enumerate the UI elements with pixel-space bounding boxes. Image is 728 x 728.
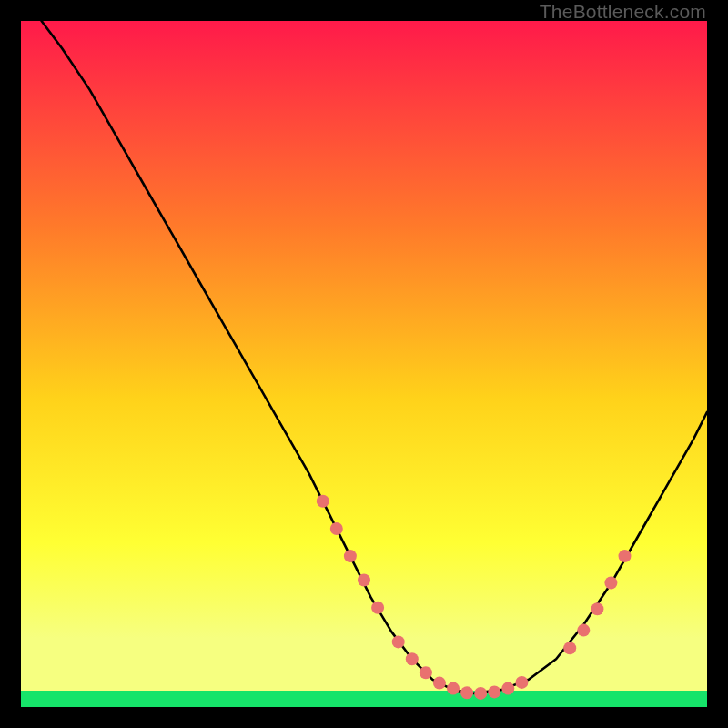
curve-marker: [619, 550, 632, 562]
curve-marker: [447, 682, 460, 695]
bottleneck-curve-chart: [21, 21, 707, 707]
curve-marker: [474, 687, 487, 700]
curve-marker: [577, 624, 590, 637]
curve-marker: [488, 685, 500, 698]
curve-marker: [330, 522, 343, 535]
curve-marker: [344, 550, 357, 562]
curve-marker: [358, 574, 370, 587]
curve-marker: [501, 682, 514, 695]
watermark-text: TheBottleneck.com: [540, 1, 706, 23]
curve-marker: [371, 602, 384, 614]
chart-frame: [21, 21, 707, 707]
curve-marker: [563, 642, 576, 654]
curve-marker: [406, 652, 419, 665]
curve-marker: [317, 495, 329, 508]
curve-marker: [433, 677, 446, 690]
gradient-background: [21, 21, 707, 707]
curve-marker: [392, 635, 405, 648]
curve-marker: [604, 577, 617, 590]
curve-marker: [420, 666, 432, 679]
curve-marker: [591, 602, 603, 615]
curve-marker: [515, 676, 528, 689]
curve-marker: [460, 686, 473, 699]
